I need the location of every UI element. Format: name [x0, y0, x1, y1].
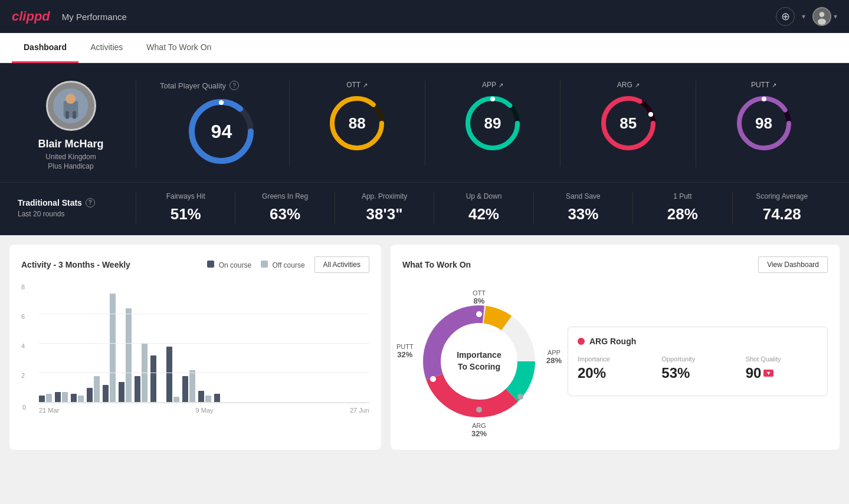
trad-label-wrap: Traditional Stats ? Last 20 rounds: [18, 198, 136, 218]
card-dot-icon: [578, 338, 585, 345]
stat-1putt-label: 1 Putt: [639, 192, 726, 200]
x-label-3: 27 Jun: [350, 407, 369, 414]
legend-oncourse-dot: [207, 261, 214, 268]
bar-group-6: [119, 308, 132, 403]
hero-section: Blair McHarg United Kingdom Plus Handica…: [0, 63, 849, 182]
trad-label: Traditional Stats ?: [18, 198, 136, 207]
y-label-2: 2: [21, 372, 25, 379]
stat-updown-label: Up & Down: [440, 192, 527, 200]
tab-activities[interactable]: Activities: [78, 33, 135, 63]
card-title: ARG Rough: [578, 337, 818, 346]
donut-label-putt: PUTT 32%: [396, 343, 414, 359]
trad-help-icon[interactable]: ?: [86, 198, 95, 207]
putt-metric: PUTT ↗ 98: [696, 81, 831, 167]
svg-point-1: [820, 12, 825, 17]
stat-items: Fairways Hit 51% Greens In Reg 63% App. …: [136, 192, 831, 223]
stat-sandsave-value: 33%: [540, 205, 627, 223]
bar-on-9: [166, 347, 172, 403]
wtwo-header: What To Work On View Dashboard: [402, 256, 828, 273]
wtwo-card: ARG Rough Importance 20% Opportunity 53%…: [568, 327, 828, 396]
logo: clippd: [12, 9, 50, 24]
legend-offcourse: Off course: [261, 261, 304, 269]
bar-off-10: [189, 370, 195, 403]
y-label-8: 8: [21, 284, 25, 291]
stat-fairways: Fairways Hit 51%: [136, 192, 235, 223]
stat-proximity-value: 38'3": [341, 205, 428, 223]
legend-offcourse-dot: [261, 261, 268, 268]
add-dropdown-arrow[interactable]: ▾: [802, 12, 805, 21]
app-label: APP ↗: [482, 81, 503, 89]
stat-scoring-label: Scoring Average: [739, 192, 825, 200]
metrics-section: Total Player Quality ? 94 OTT ↗: [136, 81, 831, 167]
user-menu[interactable]: ▾: [812, 7, 837, 26]
svg-point-2: [818, 19, 826, 25]
stat-updown: Up & Down 42%: [434, 192, 533, 223]
bar-on-3: [71, 394, 77, 403]
tpq-value: 94: [211, 121, 232, 143]
stat-scoring-value: 74.28: [739, 205, 825, 223]
svg-point-21: [762, 97, 766, 101]
bar-on-10: [182, 376, 188, 403]
gridline-0: [39, 402, 369, 403]
bar-group-10: [182, 370, 195, 403]
card-importance: Importance 20%: [578, 355, 650, 381]
tpq-gauge: 94: [186, 96, 257, 167]
stat-fairways-value: 51%: [142, 205, 229, 223]
bar-off-4: [94, 376, 100, 403]
player-handicap: Plus Handicap: [48, 162, 93, 170]
card-opportunity-value: 53%: [661, 365, 733, 381]
stat-sandsave: Sand Save 33%: [533, 192, 632, 223]
donut-label-app: APP 28%: [546, 349, 562, 365]
chart-title: Activity - 3 Months - Weekly: [21, 260, 130, 269]
bar-on-4: [87, 388, 93, 403]
user-dropdown-arrow[interactable]: ▾: [834, 12, 837, 21]
bar-on-11: [198, 391, 204, 403]
svg-rect-7: [73, 111, 76, 118]
view-dashboard-button[interactable]: View Dashboard: [758, 256, 828, 273]
ott-metric: OTT ↗ 88: [290, 81, 425, 167]
bar-on-6: [119, 382, 124, 403]
arg-gauge: 85: [599, 94, 658, 153]
ott-label: OTT ↗: [346, 81, 368, 89]
x-label-2: 9 May: [196, 407, 214, 414]
nav-tabs: Dashboard Activities What To Work On: [0, 33, 849, 63]
arg-arrow-icon: ↗: [635, 82, 640, 88]
avatar: [812, 7, 831, 26]
bottom-panels: Activity - 3 Months - Weekly On course O…: [0, 235, 849, 459]
player-country: United Kingdom: [45, 153, 96, 161]
tab-what-to-work-on[interactable]: What To Work On: [135, 33, 223, 63]
app-gauge: 89: [463, 94, 522, 153]
legend-oncourse: On course: [207, 261, 251, 269]
y-label-6: 6: [21, 313, 25, 320]
app-arrow-icon: ↗: [499, 82, 503, 88]
bar-group-11: [198, 391, 211, 403]
activity-panel: Activity - 3 Months - Weekly On course O…: [9, 245, 381, 450]
trad-sublabel: Last 20 rounds: [18, 210, 136, 218]
page-title: My Performance: [62, 12, 127, 22]
wtwo-content: Importance To Scoring OTT 8% APP 28% ARG…: [402, 285, 828, 438]
bar-on-5: [103, 385, 109, 403]
stat-1putt-value: 28%: [639, 205, 726, 223]
card-shot-quality: Shot Quality 90 ▼: [746, 355, 818, 381]
bar-off-2: [62, 392, 68, 403]
tpq-metric: Total Player Quality ? 94: [154, 81, 290, 167]
putt-arrow-icon: ↗: [772, 82, 776, 88]
gridline-2: [39, 373, 369, 373]
wtwo-title: What To Work On: [402, 260, 471, 269]
gridline-4: [39, 343, 369, 344]
gridline-6: [39, 314, 369, 314]
bar-group-8: [150, 355, 163, 403]
bar-off-5: [110, 294, 116, 403]
stat-scoring: Scoring Average 74.28: [732, 192, 831, 223]
chart-controls: On course Off course All Activities: [207, 256, 369, 273]
add-button[interactable]: ⊕: [776, 7, 795, 26]
tpq-label: Total Player Quality ?: [160, 81, 239, 90]
tpq-help-icon[interactable]: ?: [230, 81, 239, 90]
all-activities-button[interactable]: All Activities: [314, 256, 369, 273]
stat-fairways-label: Fairways Hit: [142, 192, 229, 200]
stat-proximity: App. Proximity 38'3": [335, 192, 434, 223]
svg-point-27: [476, 311, 482, 317]
bar-on-12: [214, 394, 220, 403]
tab-dashboard[interactable]: Dashboard: [12, 33, 78, 63]
stat-gir: Greens In Reg 63%: [235, 192, 334, 223]
